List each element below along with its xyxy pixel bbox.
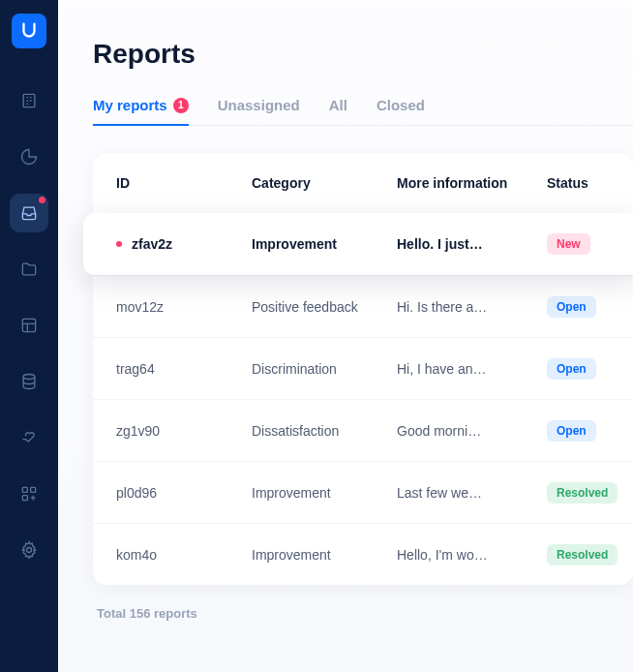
cell-info: Good morni… [397, 423, 547, 439]
status-badge: Open [547, 420, 596, 442]
tab-my-reports[interactable]: My reports 1 [93, 97, 189, 125]
table-row[interactable]: mov12zPositive feedbackHi. Is there a…Op… [93, 275, 633, 337]
cell-info: Last few we… [397, 485, 547, 501]
new-dot [116, 241, 122, 247]
report-id: kom4o [116, 547, 157, 563]
report-id: trag64 [116, 361, 155, 377]
tab-all[interactable]: All [329, 97, 347, 125]
svg-rect-5 [22, 496, 27, 501]
svg-rect-0 [23, 94, 35, 107]
pie-chart-icon [19, 147, 39, 167]
sidebar [0, 0, 58, 672]
cell-status: New [547, 233, 633, 255]
nav-database[interactable] [10, 362, 48, 401]
cell-status: Open [547, 296, 633, 318]
tab-label: All [329, 97, 347, 113]
col-id: ID [116, 175, 252, 191]
col-category: Category [252, 175, 397, 191]
table-row[interactable]: zg1v90DissatisfactionGood morni…Open [93, 399, 633, 461]
status-badge: New [547, 233, 590, 255]
gear-icon [19, 540, 39, 560]
nav-apps[interactable] [10, 474, 48, 513]
app-logo[interactable] [12, 14, 46, 48]
nav-layout[interactable] [10, 306, 48, 345]
folder-icon [19, 260, 39, 279]
status-badge: Open [547, 296, 596, 318]
nav-files[interactable] [10, 250, 48, 289]
report-id: zg1v90 [116, 423, 160, 439]
cell-category: Improvement [252, 236, 397, 252]
col-status: Status [547, 175, 633, 191]
svg-rect-1 [22, 319, 35, 331]
database-icon [19, 372, 39, 391]
cell-info: Hello. I just… [397, 236, 547, 252]
nav-dashboard[interactable] [10, 81, 48, 120]
heart-hand-icon [19, 428, 39, 447]
col-info: More information [397, 175, 547, 191]
tab-closed[interactable]: Closed [377, 97, 425, 125]
cell-id: pl0d96 [116, 485, 252, 501]
svg-point-2 [23, 375, 35, 380]
cell-category: Discrimination [252, 361, 397, 377]
table-header: ID Category More information Status [93, 153, 633, 213]
report-id: zfav2z [132, 236, 172, 252]
cell-id: trag64 [116, 361, 252, 377]
status-badge: Open [547, 358, 596, 380]
grid-plus-icon [19, 484, 39, 504]
logo-icon [18, 20, 40, 42]
main-content: Reports My reports 1 Unassigned All Clos… [58, 0, 633, 672]
cell-id: mov12z [116, 299, 252, 315]
inbox-icon [19, 203, 39, 223]
reports-table: ID Category More information Status zfav… [93, 153, 633, 585]
cell-status: Resolved [547, 544, 633, 565]
table-row[interactable]: pl0d96ImprovementLast few we…Resolved [93, 461, 633, 523]
table-row[interactable]: zfav2zImprovementHello. I just…New [83, 213, 633, 275]
table-body: zfav2zImprovementHello. I just…Newmov12z… [93, 213, 633, 585]
notification-dot [39, 197, 45, 203]
nav-inbox[interactable] [10, 194, 48, 232]
total-count: Total 156 reports [93, 606, 633, 621]
svg-rect-4 [31, 487, 36, 492]
cell-category: Dissatisfaction [252, 423, 397, 439]
tab-label: My reports [93, 97, 167, 113]
cell-info: Hello, I'm wo… [397, 547, 547, 563]
building-icon [19, 91, 39, 110]
status-badge: Resolved [547, 544, 618, 565]
layout-icon [19, 316, 39, 335]
tabs: My reports 1 Unassigned All Closed [93, 97, 633, 126]
cell-info: Hi. Is there a… [397, 299, 547, 315]
svg-rect-3 [22, 487, 27, 492]
tab-badge: 1 [173, 98, 189, 113]
svg-point-6 [27, 548, 32, 553]
cell-id: zg1v90 [116, 423, 252, 439]
nav-care[interactable] [10, 418, 48, 457]
cell-info: Hi, I have an… [397, 361, 547, 377]
table-row[interactable]: kom4oImprovementHello, I'm wo…Resolved [93, 523, 633, 585]
cell-id: zfav2z [116, 236, 252, 252]
report-id: pl0d96 [116, 485, 157, 501]
tab-unassigned[interactable]: Unassigned [218, 97, 300, 125]
cell-status: Resolved [547, 482, 633, 504]
table-row[interactable]: trag64DiscriminationHi, I have an…Open [93, 337, 633, 399]
tab-label: Unassigned [218, 97, 300, 113]
tab-label: Closed [377, 97, 425, 113]
report-id: mov12z [116, 299, 164, 315]
nav-analytics[interactable] [10, 137, 48, 176]
cell-status: Open [547, 420, 633, 442]
cell-category: Positive feedback [252, 299, 397, 315]
cell-category: Improvement [252, 485, 397, 501]
cell-category: Improvement [252, 547, 397, 563]
status-badge: Resolved [547, 482, 618, 504]
page-title: Reports [93, 39, 633, 70]
cell-id: kom4o [116, 547, 252, 563]
nav-settings[interactable] [10, 531, 48, 569]
cell-status: Open [547, 358, 633, 380]
